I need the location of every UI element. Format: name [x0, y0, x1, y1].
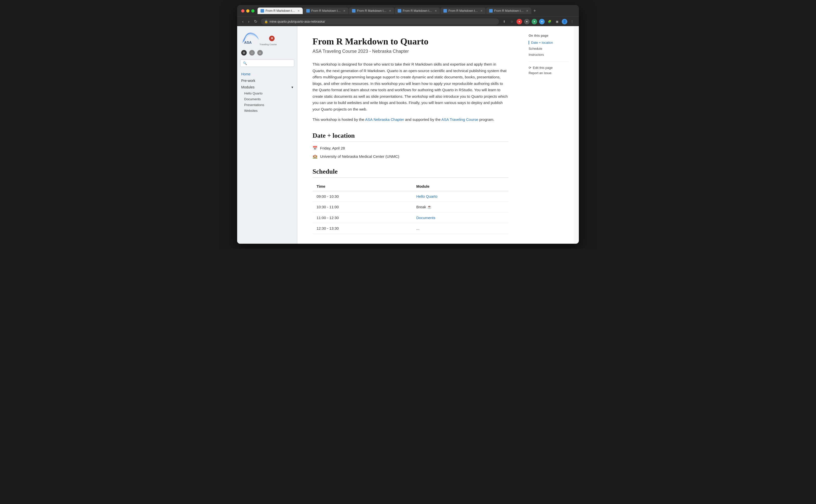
schedule-table: Time Module 09:00 - 10:30 Hello Quarto 1…	[313, 182, 508, 234]
tab-close-4[interactable]: ✕	[435, 9, 437, 13]
toc-link-instructors[interactable]: Instructors	[529, 53, 544, 57]
traffic-lights	[241, 9, 254, 13]
browser-window: From R Markdown to Qua... ✕ From R Markd…	[237, 5, 579, 244]
tab-close-6[interactable]: ✕	[526, 9, 528, 13]
tab-favicon-2	[306, 9, 310, 13]
schedule-time-2: 10:30 - 11:00	[313, 201, 412, 212]
toc-item-date-location: Date + location	[529, 40, 569, 44]
toc-heading: On this page	[529, 34, 569, 37]
github-icon[interactable]: ⚙	[241, 50, 247, 56]
sidebar-item-presentations[interactable]: Presentations	[237, 102, 297, 108]
schedule-row-1: 09:00 - 10:30 Hello Quarto	[313, 191, 508, 201]
building-icon: 🏫	[313, 154, 318, 159]
schedule-row-3: 11:00 - 12:30 Documents	[313, 212, 508, 223]
intro-paragraph-2: This workshop is hosted by the ASA Nebra…	[313, 116, 508, 123]
asa-traveling-course-link[interactable]: ASA Traveling Course	[441, 117, 478, 122]
extensions-icon[interactable]: 🧩	[547, 19, 552, 24]
toc-link-date-location[interactable]: Date + location	[529, 41, 553, 44]
extension-blue-icon[interactable]: ●	[539, 19, 545, 24]
tab-close-1[interactable]: ✕	[297, 9, 300, 13]
tab-favicon-6	[489, 9, 493, 13]
schedule-row-4: 12:30 - 13:30 ...	[313, 223, 508, 233]
bookmark-icon[interactable]: ☆	[509, 19, 515, 24]
sidebar-toggle-icon[interactable]: ▣	[554, 19, 560, 24]
tab-title-5: From R Markdown to Qua...	[448, 9, 479, 13]
tab-favicon-1	[261, 9, 264, 13]
tab-favicon-3	[352, 9, 355, 13]
sidebar-logo: ASA Traveling Course ✕	[237, 31, 297, 50]
schedule-module-4: ...	[412, 223, 508, 233]
maximize-button[interactable]	[251, 9, 254, 13]
logo-container: ASA	[241, 31, 261, 45]
github-edit-icon: ⟳	[529, 66, 531, 70]
browser-tab-2[interactable]: From R Markdown to Qua... ✕	[303, 8, 348, 14]
address-bar-row: ‹ › ↻ 🔒 mine.quarto.pub/quarto-asa-nebra…	[237, 17, 579, 26]
schedule-module-1: Hello Quarto	[412, 191, 508, 201]
forward-button[interactable]: ›	[247, 19, 250, 24]
extension-green-icon[interactable]: ●	[532, 19, 537, 24]
browser-tab-3[interactable]: From R Markdown to Qua... ✕	[349, 8, 394, 14]
main-content: From R Markdown to Quarto ASA Traveling …	[297, 26, 524, 244]
close-button[interactable]	[241, 9, 244, 13]
toc-item-schedule: Schedule	[529, 46, 569, 51]
logo-svg: ASA	[241, 31, 261, 45]
toc-sidebar: On this page Date + location Schedule In…	[524, 26, 574, 244]
new-tab-button[interactable]: +	[532, 8, 538, 14]
report-issue-link[interactable]: Report an issue	[529, 71, 569, 75]
schedule-col-time: Time	[313, 182, 412, 191]
menu-icon[interactable]: ⋮	[569, 19, 575, 24]
extension-red-icon[interactable]: ●	[517, 19, 522, 24]
schedule-col-module: Module	[412, 182, 508, 191]
chevron-down-icon: ▾	[291, 85, 293, 89]
location-text: University of Nebraska Medical Center (U…	[320, 154, 399, 159]
share-icon[interactable]: ⬆	[501, 19, 507, 24]
toc-item-instructors: Instructors	[529, 53, 569, 57]
tab-title-1: From R Markdown to Qua...	[266, 9, 296, 13]
asa-nebraska-link[interactable]: ASA Nebraska Chapter	[365, 117, 404, 122]
sidebar-item-documents[interactable]: Documents	[237, 96, 297, 102]
documents-link[interactable]: Documents	[416, 216, 435, 220]
schedule-time-3: 11:00 - 12:30	[313, 212, 412, 223]
sidebar-item-home[interactable]: Home	[237, 71, 297, 77]
schedule-module-3: Documents	[412, 212, 508, 223]
browser-tab-5[interactable]: From R Markdown to Qua... ✕	[440, 8, 486, 14]
tab-title-2: From R Markdown to Qua...	[311, 9, 342, 13]
sidebar-item-websites[interactable]: Websites	[237, 108, 297, 114]
browser-tab-6[interactable]: From R Markdown to Qua... ✕	[486, 8, 531, 14]
page-subtitle: ASA Traveling Course 2023 - Nebraska Cha…	[313, 49, 508, 54]
edit-page-link[interactable]: ⟳ Edit this page	[529, 66, 569, 70]
schedule-module-2: Break ☕	[412, 201, 508, 212]
sidebar-item-hello-quarto[interactable]: Hello Quarto	[237, 90, 297, 96]
address-bar[interactable]: 🔒 mine.quarto.pub/quarto-asa-nebraska/	[261, 18, 499, 25]
schedule-row-2: 10:30 - 11:00 Break ☕	[313, 201, 508, 212]
schedule-time-1: 09:00 - 10:30	[313, 191, 412, 201]
svg-text:ASA: ASA	[244, 40, 252, 44]
browser-tab-4[interactable]: From R Markdown to Qua... ✕	[395, 8, 440, 14]
tab-title-3: From R Markdown to Qua...	[357, 9, 387, 13]
tab-favicon-5	[443, 9, 447, 13]
tab-close-2[interactable]: ✕	[343, 9, 345, 13]
toc-link-schedule[interactable]: Schedule	[529, 47, 542, 51]
reload-button[interactable]: ↻	[253, 19, 258, 24]
tab-close-3[interactable]: ✕	[389, 9, 391, 13]
sidebar-item-prework[interactable]: Pre-work	[237, 77, 297, 84]
date-item-2: 🏫 University of Nebraska Medical Center …	[313, 154, 508, 159]
instagram-icon[interactable]: □	[249, 50, 255, 56]
sidebar-item-modules[interactable]: Modules ▾	[237, 84, 297, 90]
back-button[interactable]: ‹	[241, 19, 244, 24]
browser-tab-1[interactable]: From R Markdown to Qua... ✕	[258, 8, 303, 14]
minimize-button[interactable]	[246, 9, 249, 13]
profile-icon[interactable]: 👤	[562, 19, 567, 24]
tab-title-4: From R Markdown to Qua...	[403, 9, 433, 13]
tab-close-5[interactable]: ✕	[480, 9, 483, 13]
search-icon: 🔍	[243, 61, 247, 65]
browser-titlebar: From R Markdown to Qua... ✕ From R Markd…	[237, 5, 579, 17]
date-location-heading: Date + location	[313, 132, 508, 142]
tab-title-6: From R Markdown to Qua...	[494, 9, 525, 13]
extension-gray-icon[interactable]: ●	[524, 19, 530, 24]
hello-quarto-link[interactable]: Hello Quarto	[416, 194, 437, 198]
link-icon[interactable]: ∞	[257, 50, 263, 56]
hosted-by-suffix: program.	[478, 117, 494, 122]
sidebar-search-box[interactable]: 🔍	[240, 60, 294, 67]
page-title: From R Markdown to Quarto	[313, 36, 508, 47]
